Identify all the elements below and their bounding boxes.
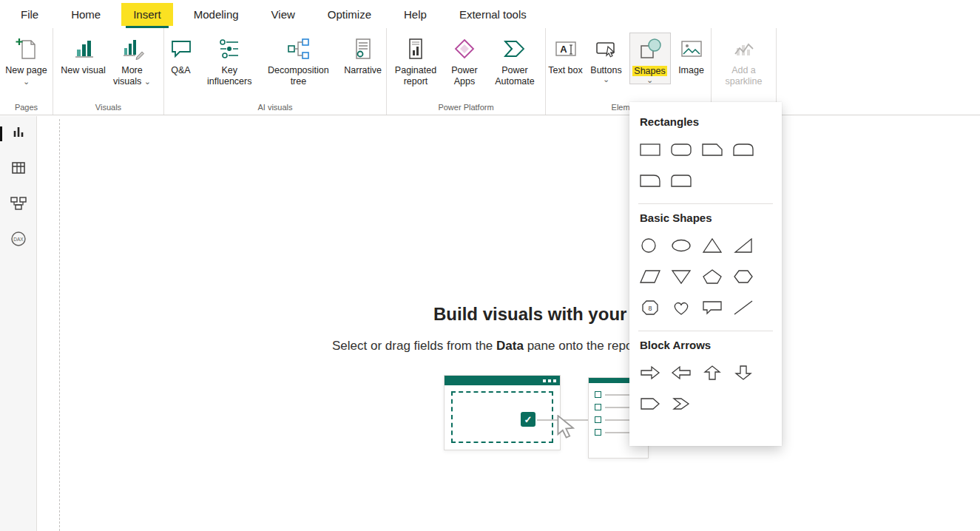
shape-ellipse[interactable]	[671, 230, 702, 261]
shape-up-arrow[interactable]	[702, 357, 733, 388]
new-page-button[interactable]: New page ⌄	[4, 33, 49, 87]
shapes-section-basic: Basic Shapes	[629, 207, 782, 230]
new-page-icon	[14, 34, 39, 64]
rectangles-grid	[629, 134, 782, 196]
ribbon-group-power-platform: Paginated report Power Apps	[387, 28, 546, 115]
group-label-visuals: Visuals	[53, 101, 163, 115]
table-view-button[interactable]	[0, 152, 36, 187]
qa-button[interactable]: Q&A	[164, 33, 197, 76]
group-label-power-platform: Power Platform	[387, 101, 545, 115]
illustration-checkbox: ✓	[521, 412, 535, 427]
qa-icon	[169, 34, 194, 64]
add-sparkline-button: Add a sparkline	[720, 33, 768, 87]
shape-pentagon-arrow[interactable]	[640, 388, 671, 419]
power-automate-button[interactable]: Power Automate	[490, 33, 540, 87]
illustration-canvas-window	[444, 375, 561, 450]
report-view-icon	[10, 124, 27, 143]
shape-hexagon[interactable]	[733, 261, 764, 292]
image-button[interactable]: Image	[674, 33, 709, 76]
narrative-button[interactable]: Narrative	[339, 33, 386, 76]
more-visuals-icon	[120, 34, 145, 64]
ribbon-group-visuals: New visual More visuals ⌄ Visuals	[53, 28, 164, 115]
shape-octagon[interactable]: 8	[640, 292, 671, 323]
menu-divider	[638, 203, 773, 204]
menu-external-tools[interactable]: External tools	[447, 3, 538, 26]
power-apps-icon	[452, 34, 477, 64]
shapes-button[interactable]: Shapes ⌄	[629, 33, 671, 84]
menu-view[interactable]: View	[260, 3, 307, 26]
illustration-dashed-dropzone	[451, 391, 553, 443]
paginated-report-icon	[403, 34, 428, 64]
ribbon: New page ⌄ Pages New visual	[0, 28, 980, 115]
shape-right-triangle[interactable]	[733, 230, 764, 261]
shape-round-single-corner-rectangle[interactable]	[640, 165, 671, 196]
shape-rectangle[interactable]	[640, 134, 671, 165]
sparkline-icon	[731, 34, 757, 64]
report-canvas[interactable]: Build visuals with your data Select or d…	[37, 116, 980, 531]
paginated-report-button[interactable]: Paginated report	[392, 33, 439, 87]
ribbon-group-pages: New page ⌄ Pages	[0, 28, 53, 115]
menu-optimize[interactable]: Optimize	[316, 3, 383, 26]
shape-inverted-triangle[interactable]	[671, 261, 702, 292]
new-visual-icon	[71, 34, 96, 64]
shape-speech-bubble[interactable]	[702, 292, 733, 323]
block-arrows-grid	[629, 357, 782, 419]
decomposition-tree-icon	[285, 34, 311, 64]
shape-triangle[interactable]	[702, 230, 733, 261]
menu-file[interactable]: File	[9, 3, 50, 26]
model-view-icon	[10, 195, 27, 214]
table-view-icon	[10, 160, 27, 179]
power-automate-icon	[502, 34, 527, 64]
menu-modeling[interactable]: Modeling	[182, 3, 251, 26]
more-visuals-button[interactable]: More visuals ⌄	[108, 33, 157, 87]
shape-down-arrow[interactable]	[733, 357, 764, 388]
shapes-icon	[638, 35, 663, 64]
shapes-section-block-arrows: Block Arrows	[629, 334, 782, 357]
svg-text:8: 8	[648, 305, 652, 312]
model-view-button[interactable]	[0, 187, 36, 223]
menu-home[interactable]: Home	[59, 3, 112, 26]
dax-query-view-button[interactable]: DAX	[0, 223, 36, 258]
chevron-down-icon: ⌄	[23, 78, 30, 85]
illustration-window-titlebar	[445, 376, 560, 385]
group-label-pages: Pages	[0, 101, 53, 115]
buttons-button[interactable]: Buttons ⌄	[587, 33, 626, 83]
text-box-icon: A	[553, 34, 578, 64]
key-influencers-icon	[217, 34, 242, 64]
shape-heart[interactable]	[671, 292, 702, 323]
shape-oval[interactable]	[640, 230, 671, 261]
basic-shapes-grid: 8	[629, 230, 782, 323]
menu-divider	[638, 331, 773, 331]
svg-text:A: A	[560, 44, 567, 55]
buttons-icon	[594, 34, 619, 64]
shape-snip-single-corner-rectangle[interactable]	[702, 134, 733, 165]
shape-pentagon[interactable]	[702, 261, 733, 292]
narrative-icon	[351, 34, 376, 64]
shape-rounded-rectangle[interactable]	[671, 134, 702, 165]
image-icon	[679, 34, 704, 64]
shape-right-arrow[interactable]	[640, 357, 671, 388]
chevron-down-icon: ⌄	[646, 77, 653, 84]
ribbon-group-ai-visuals: Q&A Key influencers	[164, 28, 387, 115]
text-box-button[interactable]: A Text box	[548, 33, 584, 76]
dax-query-view-icon: DAX	[10, 230, 27, 251]
menu-help[interactable]: Help	[392, 3, 439, 26]
shape-left-arrow[interactable]	[671, 357, 702, 388]
shape-round-corner-rectangle[interactable]	[671, 165, 702, 196]
new-visual-button[interactable]: New visual	[61, 33, 107, 76]
key-influencers-button[interactable]: Key influencers	[202, 33, 257, 87]
view-rail: DAX	[0, 116, 37, 531]
decomposition-tree-button[interactable]: Decomposition tree	[261, 33, 335, 87]
menubar: File Home Insert Modeling View Optimize …	[0, 0, 980, 28]
menu-insert[interactable]: Insert	[121, 3, 173, 26]
shape-parallelogram[interactable]	[640, 261, 671, 292]
shapes-section-rectangles: Rectangles	[629, 111, 782, 134]
shape-round-same-side-corner-rectangle[interactable]	[733, 134, 764, 165]
power-apps-button[interactable]: Power Apps	[444, 33, 485, 87]
shape-line[interactable]	[733, 292, 764, 323]
shapes-dropdown-menu: Rectangles Basic Shapes 8 Block Arrows	[629, 102, 782, 446]
svg-text:DAX: DAX	[13, 237, 24, 242]
group-label-ai-visuals: AI visuals	[164, 101, 386, 115]
report-view-button[interactable]	[0, 116, 36, 152]
shape-chevron-arrow[interactable]	[671, 388, 702, 419]
